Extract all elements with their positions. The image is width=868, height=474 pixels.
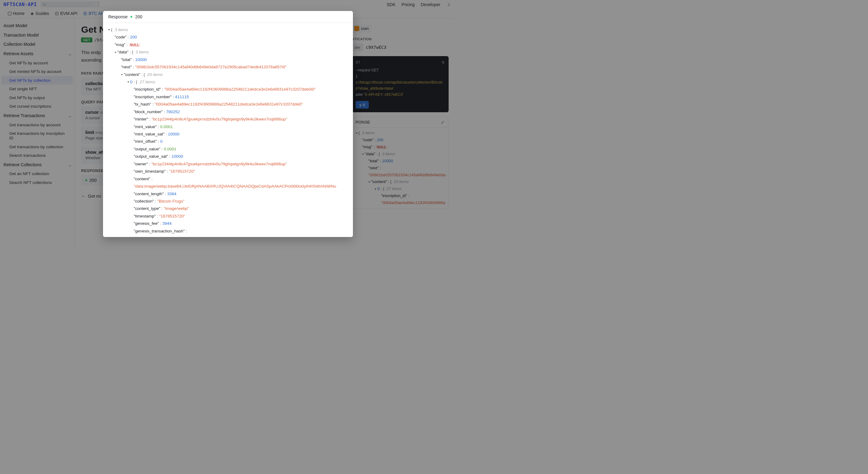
modal-status-code: 200 [135,14,143,19]
modal-header: Response 200 [103,11,353,23]
response-modal: Response 200 { 3 items "code" : 200 "msg… [103,11,353,237]
status-dot-icon [130,16,132,18]
modal-title: Response [108,14,127,19]
response-json-viewer[interactable]: { 3 items "code" : 200 "msg" : NULL "dat… [103,23,353,237]
